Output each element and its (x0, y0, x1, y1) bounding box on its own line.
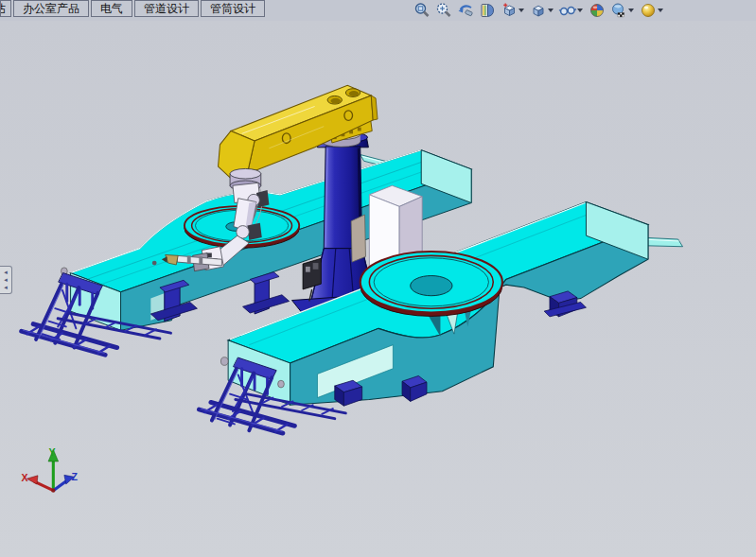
zoom-to-area-button[interactable] (434, 1, 453, 20)
display-style-group (529, 1, 555, 20)
section-view-button[interactable] (478, 1, 497, 20)
view-toolbar (413, 1, 665, 20)
tab-office-products[interactable]: 办公室产品 (13, 0, 89, 17)
tab-pipe-design-label: 管道设计 (144, 2, 189, 15)
z-axis-label: Z (72, 471, 79, 482)
hide-show-items-button[interactable] (558, 1, 577, 20)
view-settings-icon (640, 2, 657, 19)
zoom-to-fit-button[interactable] (413, 1, 431, 20)
view-orientation-dropdown[interactable] (519, 9, 524, 12)
display-style-icon (530, 2, 547, 19)
apply-scene-group (609, 1, 636, 20)
x-axis-label: X (22, 472, 28, 483)
expander-arrow-icon: ◂ (4, 276, 8, 284)
display-style-dropdown[interactable] (548, 9, 554, 12)
model-scene: X Y Z (0, 21, 756, 557)
display-style-button[interactable] (529, 1, 548, 20)
tab-tube-design-label: 管筒设计 (210, 2, 255, 15)
apply-scene-icon (610, 2, 627, 19)
apply-scene-button[interactable] (609, 1, 628, 20)
hide-show-items-icon (558, 2, 577, 19)
apply-scene-dropdown[interactable] (628, 9, 634, 12)
view-orientation-icon (501, 2, 518, 19)
ribbon-tabs: 估 办公室产品 电气 管道设计 管筒设计 (0, 0, 265, 17)
view-settings-button[interactable] (639, 1, 658, 20)
x-axis-arrow (26, 476, 38, 484)
view-orientation-group (500, 1, 526, 20)
hide-show-items-group (558, 1, 585, 20)
front-rotary-ring[interactable] (360, 252, 502, 316)
reference-triad: X Y Z (22, 446, 79, 493)
zoom-to-area-icon (435, 2, 452, 19)
edit-appearance-icon (589, 2, 606, 19)
gray-wedge[interactable] (351, 215, 365, 262)
view-settings-group (639, 1, 665, 20)
y-axis-label: Y (49, 446, 56, 458)
tab-tube-design[interactable]: 管筒设计 (201, 0, 265, 17)
previous-view-icon (457, 2, 474, 19)
section-view-icon (479, 2, 496, 19)
ribbon-tab-bar: 估 办公室产品 电气 管道设计 管筒设计 (0, 0, 756, 22)
panel-expander-button[interactable]: ◂ ◂ ◂ (0, 266, 12, 294)
tab-electrical-label: 电气 (100, 2, 123, 15)
tab-partial[interactable]: 估 (0, 0, 11, 17)
hide-show-items-dropdown[interactable] (577, 9, 583, 12)
tab-partial-label: 估 (0, 1, 6, 16)
tab-office-products-label: 办公室产品 (23, 2, 79, 15)
previous-view-button[interactable] (456, 1, 475, 20)
view-settings-dropdown[interactable] (658, 9, 663, 12)
zoom-to-fit-icon (413, 2, 431, 19)
tab-electrical[interactable]: 电气 (91, 0, 132, 17)
edit-appearance-button[interactable] (588, 1, 607, 20)
expander-arrow-icon: ◂ (4, 284, 8, 291)
graphics-viewport[interactable]: X Y Z ◂ ◂ ◂ (0, 21, 756, 557)
view-orientation-button[interactable] (500, 1, 519, 20)
expander-arrow-icon: ◂ (4, 269, 8, 276)
tab-pipe-design[interactable]: 管道设计 (134, 0, 199, 17)
